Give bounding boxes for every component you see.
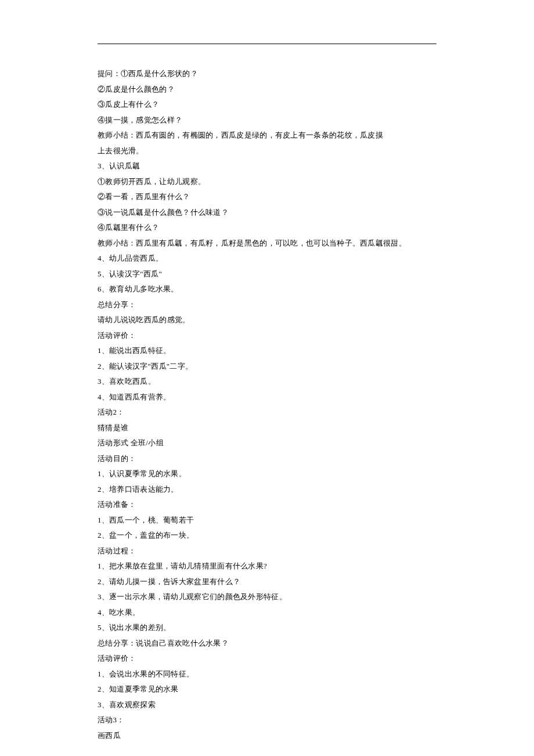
text-line: 3、喜欢观察探索 bbox=[98, 697, 436, 713]
text-line: 请幼儿说说吃西瓜的感觉。 bbox=[98, 312, 436, 328]
text-line: 2、知道夏季常见的水果 bbox=[98, 682, 436, 697]
text-line: 1、西瓜一个，桃、葡萄若干 bbox=[98, 513, 436, 528]
text-line: 画西瓜 bbox=[98, 728, 436, 744]
text-line: ②看一看，西瓜里有什么？ bbox=[98, 189, 436, 205]
text-line: 2、盆一个，盖盆的布一块。 bbox=[98, 528, 436, 543]
text-line: 活动过程： bbox=[98, 543, 436, 559]
text-line: 1、认识夏季常见的水果。 bbox=[98, 466, 436, 482]
document-content: 提问：①西瓜是什么形状的？②瓜皮是什么颜色的？③瓜皮上有什么？④摸一摸，感觉怎么… bbox=[98, 66, 436, 743]
text-line: 活动3： bbox=[98, 712, 436, 728]
text-line: 1、把水果放在盆里，请幼儿猜猜里面有什么水果? bbox=[98, 559, 436, 574]
text-line: ③瓜皮上有什么？ bbox=[98, 97, 436, 113]
text-line: 总结分享：说说自己喜欢吃什么水果？ bbox=[98, 636, 436, 651]
text-line: 上去很光滑。 bbox=[98, 143, 436, 159]
text-line: 教师小结：西瓜里有瓜瓤，有瓜籽，瓜籽是黑色的，可以吃，也可以当种子。西瓜瓤很甜。 bbox=[98, 236, 436, 251]
text-line: 教师小结：西瓜有圆的，有椭圆的，西瓜皮是绿的，有皮上有一条条的花纹，瓜皮摸 bbox=[98, 128, 436, 143]
header-divider bbox=[98, 44, 436, 44]
text-line: ③说一说瓜瓤是什么颜色？什么味道？ bbox=[98, 205, 436, 221]
text-line: 活动准备： bbox=[98, 497, 436, 513]
document-page: 提问：①西瓜是什么形状的？②瓜皮是什么颜色的？③瓜皮上有什么？④摸一摸，感觉怎么… bbox=[0, 0, 534, 756]
text-line: 3、认识瓜瓤 bbox=[98, 159, 436, 174]
text-line: 4、知道西瓜有营养。 bbox=[98, 390, 436, 405]
text-line: 活动2： bbox=[98, 405, 436, 420]
text-line: 4、吃水果。 bbox=[98, 605, 436, 621]
text-line: 5、认读汉字"西瓜" bbox=[98, 267, 436, 282]
text-line: ②瓜皮是什么颜色的？ bbox=[98, 82, 436, 98]
text-line: 活动目的： bbox=[98, 451, 436, 467]
text-line: 1、能说出西瓜特征。 bbox=[98, 343, 436, 359]
text-line: 4、幼儿品尝西瓜。 bbox=[98, 251, 436, 267]
text-line: ①教师切开西瓜，让幼儿观察。 bbox=[98, 174, 436, 190]
text-line: 3、喜欢吃西瓜。 bbox=[98, 374, 436, 390]
text-line: 2、能认读汉字"西瓜"二字。 bbox=[98, 359, 436, 375]
text-line: 2、培养口语表达能力。 bbox=[98, 482, 436, 498]
text-line: 6、教育幼儿多吃水果。 bbox=[98, 282, 436, 297]
text-line: 活动评价： bbox=[98, 328, 436, 344]
text-line: 5、说出水果的差别。 bbox=[98, 620, 436, 636]
text-line: ④摸一摸，感觉怎么样？ bbox=[98, 113, 436, 128]
text-line: 活动评价： bbox=[98, 651, 436, 667]
text-line: 活动形式 全班/小组 bbox=[98, 435, 436, 451]
text-line: 总结分享： bbox=[98, 297, 436, 313]
text-line: 1、会说出水果的不同特征。 bbox=[98, 667, 436, 682]
text-line: ④瓜瓤里有什么？ bbox=[98, 220, 436, 236]
text-line: 猜猜是谁 bbox=[98, 420, 436, 436]
text-line: 3、逐一出示水果，请幼儿观察它们的颜色及外形特征。 bbox=[98, 589, 436, 605]
text-line: 提问：①西瓜是什么形状的？ bbox=[98, 66, 436, 82]
text-line: 2、请幼儿摸一摸，告诉大家盆里有什么？ bbox=[98, 574, 436, 590]
